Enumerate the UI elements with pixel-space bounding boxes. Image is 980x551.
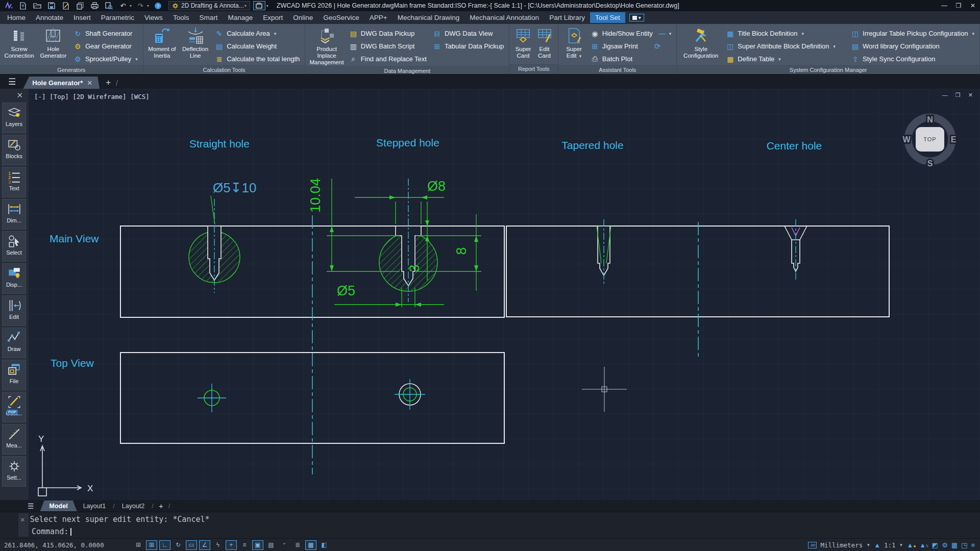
label-main-view[interactable]: Main View xyxy=(50,233,99,244)
quick-properties-icon[interactable]: ▤ xyxy=(265,540,277,550)
word-library-configuration-item[interactable]: ▤Word library Configuration xyxy=(849,40,976,53)
units-caret-icon[interactable]: ▼ xyxy=(866,543,870,547)
object-snap-icon[interactable]: ▭ xyxy=(186,540,197,550)
object-track-icon[interactable]: ϟ xyxy=(212,540,224,550)
menu-manage[interactable]: Manage xyxy=(223,12,258,23)
annotation-monitor-icon[interactable]: ≣ xyxy=(292,540,303,550)
doc-tab-hole-generator[interactable]: Hole Generator* ✕ xyxy=(23,77,100,89)
label-tapered-hole[interactable]: Tapered hole xyxy=(561,139,623,151)
close-button[interactable]: ✕ xyxy=(966,0,980,11)
sidebar-item-customize[interactable]: PGP Cust... xyxy=(2,392,26,422)
tab-layout2[interactable]: Layout2 xyxy=(116,500,151,511)
menu-mechanical-drawing[interactable]: Mechanical Drawing xyxy=(393,12,465,23)
straight-hole-section[interactable]: Ø5↧10 xyxy=(189,180,256,293)
command-input-cursor[interactable] xyxy=(70,528,71,536)
settings-gear-icon[interactable]: ⚙ xyxy=(942,541,948,549)
menu-tools[interactable]: Tools xyxy=(168,12,194,23)
sidebar-item-dimension[interactable]: Dim... xyxy=(2,199,26,230)
menu-export[interactable]: Export xyxy=(258,12,288,23)
menu-tool-set[interactable]: Tool Set xyxy=(590,12,625,23)
annotation-visibility-icon[interactable]: ▲● xyxy=(907,541,916,549)
annotation-scale-value[interactable]: 1:1 xyxy=(884,541,896,549)
tabular-data-pickup-item[interactable]: ⊞Tabular Data Pickup xyxy=(431,40,506,53)
scale-caret-icon[interactable]: ▼ xyxy=(899,543,903,547)
dim-dia-8[interactable]: Ø8 xyxy=(427,179,446,194)
calculate-area-item[interactable]: ✎Calculate Area▾ xyxy=(213,27,302,40)
auto-annotation-scale-icon[interactable]: ▲ϟ xyxy=(919,541,928,549)
save-as-button[interactable] xyxy=(60,1,71,10)
sidebar-close-icon[interactable]: ✕ xyxy=(16,89,28,101)
jigsaw-print-item[interactable]: ⊞Jigsaw Print⟳ xyxy=(589,40,674,53)
compass-south[interactable]: S xyxy=(927,159,933,168)
calculate-total-length-item[interactable]: ≣Calculate the total length xyxy=(213,53,302,65)
dwg-batch-script-item[interactable]: ▥DWG Batch Script xyxy=(347,40,429,53)
snap-toggle-icon[interactable]: ⊞ xyxy=(133,540,144,550)
super-card-button[interactable]: Super Card xyxy=(512,26,534,64)
menu-online[interactable]: Online xyxy=(288,12,318,23)
find-replace-text-item[interactable]: ⌕Find and Replace Text xyxy=(347,53,429,65)
center-hole-section[interactable] xyxy=(785,219,807,280)
status-menu-icon[interactable]: ≡ xyxy=(971,541,975,549)
redo-caret-icon[interactable]: ▾ xyxy=(147,4,149,8)
compass-north[interactable]: N xyxy=(927,115,933,124)
menu-geoservice[interactable]: GeoService xyxy=(318,12,364,23)
tapered-hole-section[interactable] xyxy=(597,219,611,284)
toolbar-options-caret-icon[interactable]: ▾ xyxy=(266,4,268,8)
insertion-point-crosshair[interactable] xyxy=(582,367,627,412)
menu-views[interactable]: Views xyxy=(139,12,168,23)
ribbon-display-toggle[interactable]: ▾ xyxy=(629,14,644,21)
sidebar-item-display[interactable]: Disp... xyxy=(2,263,26,294)
moment-of-inertia-button[interactable]: Moment of Inertia xyxy=(146,26,178,65)
undo-caret-icon[interactable]: ▾ xyxy=(130,4,132,8)
sidebar-item-blocks[interactable]: Blocks xyxy=(2,135,26,165)
dim-depth-10-04[interactable]: 10.04 xyxy=(308,178,323,213)
label-top-view[interactable]: Top View xyxy=(51,357,94,369)
view-compass[interactable]: N S W E TOP xyxy=(902,115,956,168)
selection-cycling-icon[interactable]: ⁺ xyxy=(279,540,290,550)
selection-filter-icon[interactable]: ◩ xyxy=(932,541,938,549)
command-close-icon[interactable]: ✕ xyxy=(20,515,24,523)
menu-smart[interactable]: Smart xyxy=(194,12,223,23)
dwg-data-view-item[interactable]: ⊟DWG Data View xyxy=(431,27,506,40)
style-sync-configuration-item[interactable]: ⇪Style Sync Configuration xyxy=(849,53,976,65)
straight-hole-callout[interactable]: Ø5↧10 xyxy=(213,180,256,195)
edit-card-button[interactable]: Edit Card xyxy=(534,26,555,64)
batch-plot-item[interactable]: ⎙Batch Plot xyxy=(589,53,674,65)
tab-model[interactable]: Model xyxy=(40,500,77,511)
menu-part-library[interactable]: Part Library xyxy=(544,12,590,23)
shaft-generator-item[interactable]: ↻Shaft Generator xyxy=(71,27,140,40)
preview-button[interactable] xyxy=(103,1,114,10)
label-stepped-hole[interactable]: Stepped hole xyxy=(376,137,439,148)
transparency-icon[interactable]: ▣ xyxy=(252,540,263,550)
grid-toggle-icon[interactable]: ⊞ xyxy=(146,540,157,550)
hide-show-entity-item[interactable]: ◉Hide/Show Entity—▾ xyxy=(589,27,674,40)
dim-depth-8[interactable]: 8 xyxy=(454,247,469,255)
layout-menu-icon[interactable]: ☰ xyxy=(21,502,40,510)
top-view-straight-hole[interactable] xyxy=(198,384,226,412)
menu-annotate[interactable]: Annotate xyxy=(31,12,68,23)
new-doc-tab-button[interactable]: + xyxy=(100,78,116,89)
undo-button[interactable]: ↶ xyxy=(117,1,129,10)
print-button[interactable] xyxy=(89,1,100,10)
minimize-button[interactable]: — xyxy=(937,0,951,11)
angle-snap-icon[interactable]: ∠ xyxy=(199,540,210,550)
compass-west[interactable]: W xyxy=(902,135,911,144)
add-layout-button[interactable]: + xyxy=(155,502,167,510)
gear-generator-item[interactable]: ⚙Gear Generator xyxy=(71,40,140,53)
redo-button[interactable]: ↷ xyxy=(135,1,146,10)
sidebar-item-measure[interactable]: Mea... xyxy=(2,424,26,455)
irregular-table-pickup-item[interactable]: ◫Irregular Table Pickup Configuration▾ xyxy=(849,27,976,40)
polar-tracking-icon[interactable]: ↻ xyxy=(173,540,184,550)
hole-generator-button[interactable]: Hole Generator xyxy=(37,26,69,65)
ucs-icon[interactable] xyxy=(38,446,81,496)
compass-east[interactable]: E xyxy=(951,135,957,144)
workspace-switch-icon[interactable]: ◧ xyxy=(318,540,330,550)
command-line-panel[interactable]: ✕ Select next super edit entity: *Cancel… xyxy=(0,512,980,538)
menu-home[interactable]: Home xyxy=(2,12,31,23)
copy-button[interactable] xyxy=(75,1,86,10)
screw-connection-button[interactable]: Screw Connection xyxy=(3,26,35,65)
product-inplace-management-button[interactable]: Product Inplace Management xyxy=(308,26,345,66)
lineweight-icon[interactable]: ≡ xyxy=(239,540,250,550)
dwg-data-pickup-item[interactable]: ▤DWG Data Pickup xyxy=(347,27,429,40)
menu-parametric[interactable]: Parametric xyxy=(96,12,139,23)
